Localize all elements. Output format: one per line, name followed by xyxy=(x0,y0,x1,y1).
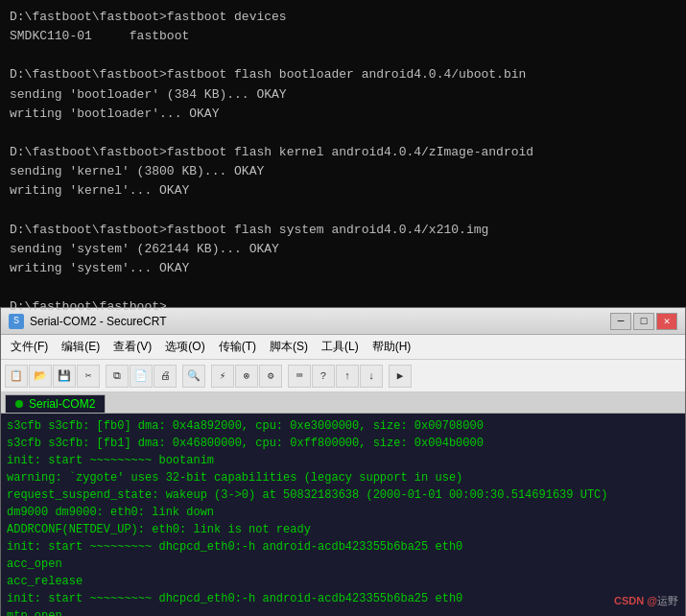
toolbar-settings[interactable]: ⚙ xyxy=(259,365,282,388)
terminal-line: sending 'kernel' (3800 KB)... OKAY xyxy=(10,162,676,181)
terminal-output-line: init: start ~~~~~~~~~ bootanim xyxy=(7,452,679,469)
toolbar-paste[interactable]: 📄 xyxy=(130,365,153,388)
terminal-line: sending 'bootloader' (384 KB)... OKAY xyxy=(10,85,676,105)
terminal-line: D:\fastboot\fastboot>fastboot flash kern… xyxy=(10,143,676,162)
menu-item[interactable]: 编辑(E) xyxy=(56,337,106,357)
menu-item[interactable]: 工具(L) xyxy=(316,337,365,357)
toolbar-new[interactable]: 📋 xyxy=(5,365,28,388)
securecrt-title: Serial-COM2 - SecureCRT xyxy=(30,315,166,328)
terminal-output-line: request_suspend_state: wakeup (3->0) at … xyxy=(7,486,679,504)
minimize-button[interactable]: ─ xyxy=(610,313,631,330)
terminal-output-line: mtp_open xyxy=(7,607,679,616)
toolbar: 📋 📂 💾 ✂ ⧉ 📄 🖨 🔍 ⚡ ⊗ ⚙ ⌨ ? ↑ ↓ ▶ xyxy=(1,360,685,392)
toolbar-open[interactable]: 📂 xyxy=(29,365,52,388)
terminal-line xyxy=(10,201,676,220)
watermark-user: 运野 xyxy=(657,595,678,606)
toolbar-keys[interactable]: ⌨ xyxy=(288,365,311,388)
terminal-line: D:\fastboot\fastboot>fastboot devices xyxy=(10,8,676,27)
toolbar-help[interactable]: ? xyxy=(312,365,335,388)
toolbar-script[interactable]: ▶ xyxy=(389,365,412,388)
menu-item[interactable]: 选项(O) xyxy=(159,337,210,357)
terminal-line: sending 'system' (262144 KB)... OKAY xyxy=(10,240,676,259)
terminal-output-line: s3cfb s3cfb: [fb0] dma: 0x4a892000, cpu:… xyxy=(7,417,679,435)
watermark-csdn: CSDN @ xyxy=(614,595,657,606)
terminal-line: SMDKC110-01 fastboot xyxy=(10,27,676,46)
terminal-content: s3cfb s3cfb: [fb0] dma: 0x4a892000, cpu:… xyxy=(1,414,685,616)
maximize-button[interactable]: □ xyxy=(633,313,654,330)
terminal-output-line: init: start ~~~~~~~~~ dhcpcd_eth0:-h and… xyxy=(7,590,679,607)
top-terminal: D:\fastboot\fastboot>fastboot devicesSMD… xyxy=(0,0,686,307)
terminal-output-line: init: start ~~~~~~~~~ dhcpcd_eth0:-h and… xyxy=(7,538,679,556)
toolbar-print[interactable]: 🖨 xyxy=(154,365,177,388)
terminal-output-line: acc_release xyxy=(7,573,679,590)
terminal-line xyxy=(10,46,676,65)
menu-item[interactable]: 脚本(S) xyxy=(264,337,314,357)
terminal-line xyxy=(10,124,676,143)
terminal-line: writing 'bootloader'... OKAY xyxy=(10,105,676,124)
terminal-line: D:\fastboot\fastboot>fastboot flash boot… xyxy=(10,65,676,84)
securecrt-window: S Serial-COM2 - SecureCRT ─ □ ✕ 文件(F)编辑(… xyxy=(0,307,686,616)
toolbar-find[interactable]: 🔍 xyxy=(182,365,205,388)
menu-item[interactable]: 查看(V) xyxy=(107,337,157,357)
menu-bar: 文件(F)编辑(E)查看(V)选项(O)传输(T)脚本(S)工具(L)帮助(H) xyxy=(1,335,685,360)
terminal-output-line: ADDRCONF(NETDEV_UP): eth0: link is not r… xyxy=(7,521,679,538)
watermark: CSDN @运野 xyxy=(614,594,678,608)
toolbar-copy[interactable]: ⧉ xyxy=(106,365,129,388)
menu-item[interactable]: 帮助(H) xyxy=(367,337,417,357)
tab-label: Serial-COM2 xyxy=(29,397,95,411)
menu-item[interactable]: 文件(F) xyxy=(5,337,54,357)
terminal-line: writing 'system'... OKAY xyxy=(10,259,676,278)
terminal-line: writing 'kernel'... OKAY xyxy=(10,181,676,201)
menu-item[interactable]: 传输(T) xyxy=(213,337,262,357)
terminal-output-line: acc_open xyxy=(7,556,679,573)
serial-com2-tab[interactable]: Serial-COM2 xyxy=(5,394,106,413)
toolbar-disconnect[interactable]: ⊗ xyxy=(235,365,258,388)
toolbar-connect[interactable]: ⚡ xyxy=(211,365,234,388)
terminal-line xyxy=(10,278,676,297)
terminal-output-line: warning: `zygote' uses 32-bit capabiliti… xyxy=(7,469,679,486)
terminal-output-line: dm9000 dm9000: eth0: link down xyxy=(7,504,679,521)
window-controls: ─ □ ✕ xyxy=(610,313,677,330)
toolbar-download[interactable]: ↓ xyxy=(360,365,383,388)
toolbar-save[interactable]: 💾 xyxy=(53,365,76,388)
toolbar-cut[interactable]: ✂ xyxy=(77,365,100,388)
terminal-line: D:\fastboot\fastboot>fastboot flash syst… xyxy=(10,221,676,240)
terminal-output-line: s3cfb s3cfb: [fb1] dma: 0x46800000, cpu:… xyxy=(7,435,679,452)
toolbar-upload[interactable]: ↑ xyxy=(336,365,359,388)
connection-indicator xyxy=(15,400,23,408)
securecrt-icon: S xyxy=(9,314,24,329)
tab-bar: Serial-COM2 xyxy=(1,392,685,414)
close-button[interactable]: ✕ xyxy=(656,313,677,330)
